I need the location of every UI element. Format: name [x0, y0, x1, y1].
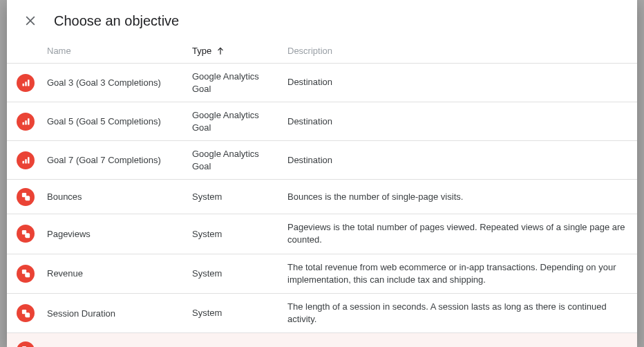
row-icon-cell	[7, 304, 47, 322]
svg-rect-8	[28, 118, 30, 124]
svg-rect-14	[25, 196, 29, 200]
svg-rect-6	[22, 122, 24, 125]
row-description: Destination	[287, 76, 629, 88]
row-name: Goal 7 (Goal 7 Completions)	[47, 155, 192, 165]
system-objective-icon	[17, 341, 35, 347]
svg-rect-3	[22, 84, 24, 86]
svg-rect-9	[22, 161, 24, 164]
row-name: Revenue	[47, 268, 192, 279]
row-description: The length of a session in seconds. A se…	[287, 301, 629, 326]
table-header: Name Type Description	[7, 39, 637, 63]
row-icon-cell	[7, 265, 47, 283]
system-objective-icon	[17, 225, 35, 243]
row-description: Transactions is the total number of comp…	[287, 344, 629, 347]
choose-objective-dialog: Choose an objective Name Type Descriptio…	[7, 0, 637, 347]
row-name: Session Duration	[47, 308, 192, 319]
column-header-description[interactable]: Description	[287, 46, 637, 56]
table-body: Goal 3 (Goal 3 Completions)Google Analyt…	[7, 63, 637, 347]
table-row[interactable]: Goal 3 (Goal 3 Completions)Google Analyt…	[7, 63, 637, 102]
analytics-goal-icon	[17, 151, 35, 169]
dialog-title: Choose an objective	[54, 13, 179, 29]
row-name: Bounces	[47, 191, 192, 202]
row-description: Bounces is the number of single-page vis…	[287, 191, 629, 203]
table-row[interactable]: BouncesSystemBounces is the number of si…	[7, 179, 637, 214]
row-icon-cell	[7, 151, 47, 169]
row-name: Goal 3 (Goal 3 Completions)	[47, 77, 192, 88]
system-objective-icon	[17, 304, 35, 322]
system-objective-icon	[17, 265, 35, 283]
table-row[interactable]: RevenueSystemThe total revenue from web …	[7, 254, 637, 293]
table-row[interactable]: Goal 7 (Goal 7 Completions)Google Analyt…	[7, 140, 637, 179]
svg-rect-10	[25, 159, 27, 163]
column-header-name[interactable]: Name	[47, 46, 192, 56]
close-button[interactable]	[21, 11, 40, 30]
analytics-goal-icon	[17, 74, 35, 92]
svg-rect-4	[25, 82, 27, 86]
row-type: System	[192, 268, 287, 280]
row-type: Google Analytics Goal	[192, 71, 287, 95]
system-objective-icon	[17, 188, 35, 206]
table-row[interactable]: Goal 5 (Goal 5 Completions)Google Analyt…	[7, 102, 637, 140]
svg-rect-5	[28, 79, 30, 86]
svg-rect-7	[25, 120, 27, 124]
svg-rect-23	[25, 313, 29, 317]
row-icon-cell	[7, 341, 47, 347]
svg-rect-11	[28, 157, 30, 163]
svg-rect-17	[25, 234, 29, 238]
sort-ascending-icon	[216, 46, 225, 56]
row-name: Goal 5 (Goal 5 Completions)	[47, 116, 192, 126]
row-description: Pageviews is the total number of pages v…	[287, 221, 629, 246]
row-type: Google Analytics Goal	[192, 148, 287, 172]
row-icon-cell	[7, 113, 47, 131]
svg-rect-20	[25, 273, 29, 277]
close-icon	[23, 14, 37, 28]
row-type: System	[192, 228, 287, 241]
dialog-header: Choose an objective	[7, 0, 637, 39]
objectives-table: Name Type Description Goal 3 (Goal 3 Com…	[7, 39, 637, 347]
analytics-goal-icon	[17, 113, 35, 131]
table-row[interactable]: PageviewsSystemPageviews is the total nu…	[7, 214, 637, 253]
row-name: Pageviews	[47, 229, 192, 239]
row-type: System	[192, 307, 287, 319]
table-row[interactable]: Session DurationSystemThe length of a se…	[7, 293, 637, 332]
row-description: The total revenue from web ecommerce or …	[287, 261, 629, 286]
row-description: Destination	[287, 154, 629, 167]
row-type: System	[192, 344, 287, 347]
column-header-type[interactable]: Type	[192, 46, 287, 56]
row-description: Destination	[287, 115, 629, 128]
row-icon-cell	[7, 74, 47, 92]
row-icon-cell	[7, 188, 47, 206]
column-header-type-label: Type	[192, 46, 211, 56]
row-type: Google Analytics Goal	[192, 109, 287, 133]
row-icon-cell	[7, 225, 47, 243]
row-type: System	[192, 191, 287, 203]
table-row[interactable]: TransactionsSystemTransactions is the to…	[7, 332, 637, 347]
